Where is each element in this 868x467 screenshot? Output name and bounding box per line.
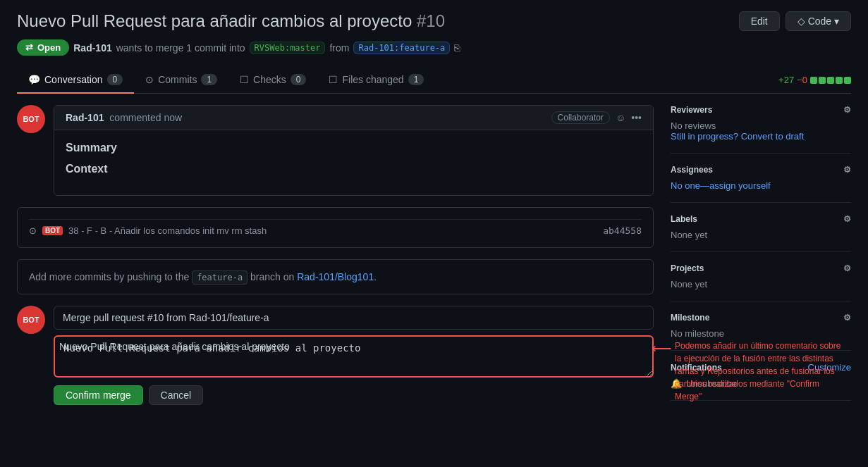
diff-blocks bbox=[810, 77, 851, 84]
tab-conversation[interactable]: 💬 Conversation 0 bbox=[17, 67, 134, 94]
merge-info-text: wants to merge 1 commit into bbox=[116, 42, 245, 54]
annotation: ⟵ Podemos añadir un último comentario so… bbox=[652, 340, 844, 403]
assignees-title: Assignees ⚙ bbox=[671, 165, 851, 175]
edit-button[interactable]: Edit bbox=[739, 11, 780, 31]
commits-icon: ⊙ bbox=[145, 74, 154, 85]
sidebar-assignees: Assignees ⚙ No one—assign yourself bbox=[671, 165, 851, 203]
pr-header-actions: Edit ◇ Code ▾ bbox=[739, 11, 851, 31]
diff-stat: +27 −0 bbox=[778, 67, 851, 93]
emoji-icon[interactable]: ☺ bbox=[616, 112, 625, 123]
content-layout: BOT Rad-101 commented now Collaborator ☺… bbox=[17, 105, 851, 412]
pr-author: Rad-101 bbox=[73, 42, 111, 54]
milestone-gear-icon[interactable]: ⚙ bbox=[843, 313, 851, 323]
merge-desc-textarea[interactable] bbox=[54, 335, 654, 378]
files-icon: ☐ bbox=[329, 74, 338, 85]
commit-message: 38 - F - B - Añadir los comandos init mv… bbox=[68, 225, 267, 236]
summary-title: Summary bbox=[66, 142, 642, 154]
annotation-arrow-icon: ⟵ bbox=[652, 340, 672, 356]
diff-block-2 bbox=[819, 77, 826, 84]
comment-header-left: Rad-101 commented now bbox=[66, 112, 182, 123]
cancel-button[interactable]: Cancel bbox=[149, 385, 204, 405]
pr-header: Nuevo Pull Request para añadir cambios a… bbox=[17, 11, 851, 31]
comment-box: Rad-101 commented now Collaborator ☺ •••… bbox=[54, 105, 654, 196]
context-title: Context bbox=[66, 163, 642, 175]
commit-row-container: ⊙ BOT 38 - F - B - Añadir los comandos i… bbox=[17, 207, 654, 248]
sidebar-labels: Labels ⚙ None yet bbox=[671, 214, 851, 252]
labels-gear-icon[interactable]: ⚙ bbox=[843, 214, 851, 224]
commits-count: 1 bbox=[201, 74, 217, 85]
tabs-bar: 💬 Conversation 0 ⊙ Commits 1 ☐ Checks 0 … bbox=[17, 67, 851, 94]
milestone-title: Milestone ⚙ bbox=[671, 313, 851, 323]
checks-icon: ☐ bbox=[240, 74, 249, 85]
sidebar-projects: Projects ⚙ None yet bbox=[671, 263, 851, 301]
target-branch[interactable]: RVSWeb:master bbox=[250, 42, 326, 54]
more-options-icon[interactable]: ••• bbox=[631, 112, 642, 123]
tab-files-changed[interactable]: ☐ Files changed 1 bbox=[317, 67, 435, 94]
merge-avatar: BOT bbox=[17, 306, 45, 334]
merge-area-container: Nuevo Pull Request para añadir cambios a… bbox=[54, 335, 654, 380]
labels-value: None yet bbox=[671, 230, 851, 240]
reviewers-title: Reviewers ⚙ bbox=[671, 105, 851, 115]
source-branch[interactable]: Rad-101:feature-a bbox=[353, 42, 450, 54]
diff-block-3 bbox=[827, 77, 834, 84]
comment-body: Summary Context bbox=[54, 130, 653, 195]
merge-icon: ⇄ bbox=[25, 42, 33, 53]
commit-row: ⊙ BOT 38 - F - B - Añadir los comandos i… bbox=[29, 219, 642, 242]
bot-badge: BOT bbox=[42, 226, 63, 235]
diff-block-5 bbox=[844, 77, 851, 84]
repo-link[interactable]: Rad-101/Blog101 bbox=[297, 271, 374, 282]
collaborator-badge: Collaborator bbox=[551, 111, 610, 124]
branch-info-text: branch on bbox=[250, 271, 294, 282]
tab-commits[interactable]: ⊙ Commits 1 bbox=[134, 67, 228, 94]
copy-branch-icon[interactable]: ⎘ bbox=[454, 42, 460, 54]
diff-block-1 bbox=[810, 77, 817, 84]
milestone-value: No milestone bbox=[671, 328, 851, 339]
annotation-text: Podemos añadir un último comentario sobr… bbox=[675, 340, 844, 403]
code-button[interactable]: ◇ Code ▾ bbox=[786, 11, 851, 31]
checks-count: 0 bbox=[291, 74, 307, 85]
no-reviews: No reviews bbox=[671, 120, 851, 131]
projects-value: None yet bbox=[671, 279, 851, 289]
comment-header-right: Collaborator ☺ ••• bbox=[551, 111, 642, 124]
assignees-gear-icon[interactable]: ⚙ bbox=[843, 165, 851, 175]
comment-wrapper: BOT Rad-101 commented now Collaborator ☺… bbox=[17, 105, 654, 196]
info-text-box: Add more commits by pushing to the featu… bbox=[17, 259, 654, 294]
projects-gear-icon[interactable]: ⚙ bbox=[843, 263, 851, 273]
commit-icon: ⊙ bbox=[29, 225, 37, 236]
labels-title: Labels ⚙ bbox=[671, 214, 851, 224]
conversation-icon: 💬 bbox=[28, 74, 40, 85]
merge-form: Nuevo Pull Request para añadir cambios a… bbox=[54, 306, 654, 405]
reviewers-gear-icon[interactable]: ⚙ bbox=[843, 105, 851, 115]
pr-title: Nuevo Pull Request para añadir cambios a… bbox=[17, 11, 445, 31]
comment-time: commented now bbox=[109, 112, 182, 123]
tab-checks[interactable]: ☐ Checks 0 bbox=[228, 67, 317, 94]
convert-to-draft-link[interactable]: Still in progress? Convert to draft bbox=[671, 131, 851, 142]
merge-title-input[interactable] bbox=[54, 306, 654, 330]
branch-inline: feature-a bbox=[192, 270, 247, 285]
pr-number: #10 bbox=[417, 11, 445, 30]
assignees-value[interactable]: No one—assign yourself bbox=[671, 180, 851, 191]
diff-deletions: −0 bbox=[797, 75, 807, 85]
pr-meta: ⇄ Open Rad-101 wants to merge 1 commit i… bbox=[17, 39, 851, 56]
commit-hash: ab44558 bbox=[603, 225, 642, 236]
status-badge: ⇄ Open bbox=[17, 39, 69, 56]
merge-wrapper: BOT Nuevo Pull Request para añadir cambi… bbox=[17, 306, 654, 405]
conversation-count: 0 bbox=[107, 74, 123, 85]
info-text: Add more commits by pushing to the bbox=[29, 271, 189, 282]
main-content: BOT Rad-101 commented now Collaborator ☺… bbox=[17, 105, 654, 412]
files-count: 1 bbox=[408, 74, 424, 85]
comment-author: Rad-101 bbox=[66, 112, 104, 123]
comment-header: Rad-101 commented now Collaborator ☺ ••• bbox=[54, 106, 653, 130]
merge-actions: Confirm merge Cancel bbox=[54, 385, 654, 405]
confirm-merge-button[interactable]: Confirm merge bbox=[54, 385, 143, 405]
diff-additions: +27 bbox=[778, 75, 794, 85]
projects-title: Projects ⚙ bbox=[671, 263, 851, 273]
diff-block-4 bbox=[836, 77, 843, 84]
from-text: from bbox=[329, 42, 349, 54]
pr-title-text: Nuevo Pull Request para añadir cambios a… bbox=[17, 11, 412, 30]
avatar: BOT bbox=[17, 105, 45, 133]
sidebar-reviewers: Reviewers ⚙ No reviews Still in progress… bbox=[671, 105, 851, 154]
